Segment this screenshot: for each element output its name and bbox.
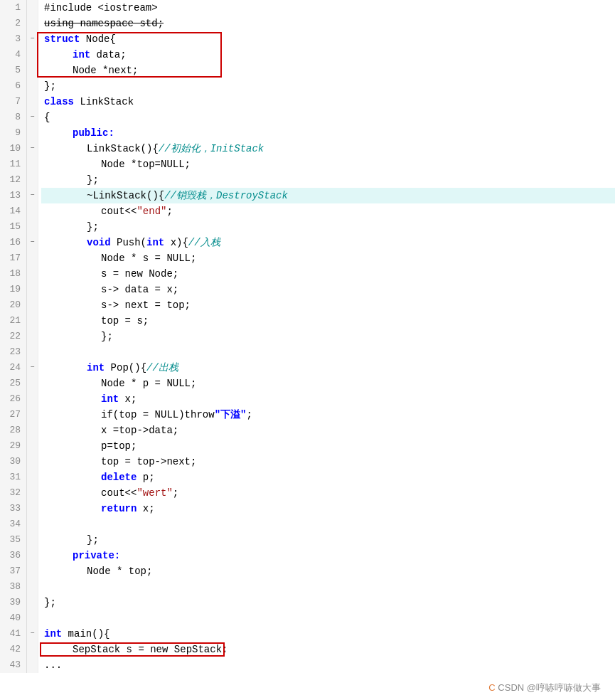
- code-line-22: };: [41, 329, 615, 344]
- line-numbers: 1234567891011121314151617181920212223242…: [0, 0, 27, 673]
- line-number-2: 2: [6, 16, 21, 31]
- line-number-42: 42: [6, 642, 21, 657]
- fold-marker-7: [27, 94, 38, 110]
- line-number-29: 29: [6, 438, 21, 454]
- code-line-7: class LinkStack: [41, 94, 615, 110]
- fold-marker-12: [27, 172, 38, 188]
- code-segment: x;: [119, 391, 137, 407]
- code-line-8: {: [41, 110, 615, 125]
- code-line-33: return x;: [41, 501, 615, 516]
- fold-marker-16[interactable]: −: [27, 235, 38, 250]
- code-line-17: Node * s = NULL;: [41, 250, 615, 266]
- code-segment: public:: [73, 125, 114, 141]
- fold-marker-36: [27, 548, 38, 563]
- code-line-28: x =top->data;: [41, 423, 615, 438]
- fold-marker-33: [27, 501, 38, 516]
- code-line-18: s = new Node;: [41, 266, 615, 282]
- fold-marker-8[interactable]: −: [27, 110, 38, 125]
- line-number-34: 34: [6, 516, 21, 532]
- code-segment: main(){: [62, 626, 109, 642]
- fold-marker-22: [27, 329, 38, 344]
- code-segment: class: [44, 94, 74, 110]
- code-lines: #include <iostream>using namespace std;s…: [38, 0, 615, 673]
- fold-marker-34: [27, 516, 38, 532]
- code-segment: Push(: [111, 235, 146, 250]
- code-segment: };: [44, 595, 56, 610]
- fold-marker-37: [27, 563, 38, 579]
- line-number-30: 30: [6, 454, 21, 470]
- code-line-9: public:: [41, 125, 615, 141]
- fold-marker-13[interactable]: −: [27, 188, 38, 203]
- fold-marker-18: [27, 266, 38, 282]
- code-segment: cout<<: [101, 485, 137, 501]
- code-segment: };: [101, 329, 113, 344]
- watermark-icon: C: [488, 682, 495, 693]
- line-number-40: 40: [6, 610, 21, 626]
- fold-marker-11: [27, 157, 38, 172]
- code-segment: //入栈: [188, 235, 220, 250]
- code-segment: ;: [173, 485, 178, 501]
- fold-marker-10[interactable]: −: [27, 141, 38, 157]
- line-number-6: 6: [6, 78, 21, 94]
- code-line-13: ~LinkStack(){//销毁栈，DestroyStack: [41, 188, 615, 203]
- code-segment: "wert": [137, 485, 172, 501]
- code-segment: x =top->data;: [101, 423, 178, 438]
- line-number-35: 35: [6, 532, 21, 548]
- code-segment: x){: [164, 235, 188, 250]
- code-segment: "下溢": [215, 407, 247, 423]
- fold-marker-9: [27, 125, 38, 141]
- fold-marker-31: [27, 470, 38, 485]
- code-line-23: [41, 344, 615, 360]
- fold-marker-25: [27, 376, 38, 391]
- line-number-39: 39: [6, 595, 21, 610]
- fold-marker-20: [27, 297, 38, 313]
- code-line-38: [41, 579, 615, 595]
- code-line-30: top = top->next;: [41, 454, 615, 470]
- code-line-43: ...: [41, 657, 615, 673]
- fold-marker-3[interactable]: −: [27, 31, 38, 47]
- line-number-37: 37: [6, 563, 21, 579]
- code-line-42: SepStack s = new SepStack;: [41, 642, 615, 657]
- line-number-41: 41: [6, 626, 21, 642]
- fold-marker-30: [27, 454, 38, 470]
- code-segment: //出栈: [146, 360, 178, 376]
- code-segment: top = s;: [101, 313, 149, 329]
- code-segment: };: [87, 219, 99, 235]
- line-number-31: 31: [6, 470, 21, 485]
- code-segment: s-> data = x;: [101, 282, 178, 297]
- code-segment: Node{: [80, 31, 115, 47]
- code-line-36: private:: [41, 548, 615, 563]
- fold-marker-41[interactable]: −: [27, 626, 38, 642]
- fold-marker-40: [27, 610, 38, 626]
- line-number-28: 28: [6, 423, 21, 438]
- line-number-14: 14: [6, 203, 21, 219]
- fold-marker-14: [27, 203, 38, 219]
- line-number-15: 15: [6, 219, 21, 235]
- code-segment: Node * p = NULL;: [101, 376, 196, 391]
- code-line-6: };: [41, 78, 615, 94]
- line-number-10: 10: [6, 141, 21, 157]
- code-line-5: Node *next;: [41, 63, 615, 78]
- code-segment: int: [73, 47, 90, 63]
- fold-marker-5: [27, 63, 38, 78]
- code-segment: delete: [101, 470, 137, 485]
- code-segment: };: [87, 532, 99, 548]
- code-line-16: void Push(int x){//入栈: [41, 235, 615, 250]
- fold-marker-19: [27, 282, 38, 297]
- code-line-32: cout<<"wert";: [41, 485, 615, 501]
- fold-marker-24[interactable]: −: [27, 360, 38, 376]
- line-number-36: 36: [6, 548, 21, 563]
- code-segment: Node *next;: [73, 63, 138, 78]
- line-number-7: 7: [6, 94, 21, 110]
- code-line-35: };: [41, 532, 615, 548]
- code-segment: #include <iostream>: [44, 0, 158, 16]
- code-segment: };: [44, 78, 56, 94]
- code-line-40: [41, 610, 615, 626]
- code-line-11: Node *top=NULL;: [41, 157, 615, 172]
- line-number-16: 16: [6, 235, 21, 250]
- code-line-29: p=top;: [41, 438, 615, 454]
- line-number-17: 17: [6, 250, 21, 266]
- line-number-3: 3: [6, 31, 21, 47]
- watermark: C CSDN @哼哧哼哧做大事: [488, 682, 601, 694]
- fold-marker-4: [27, 47, 38, 63]
